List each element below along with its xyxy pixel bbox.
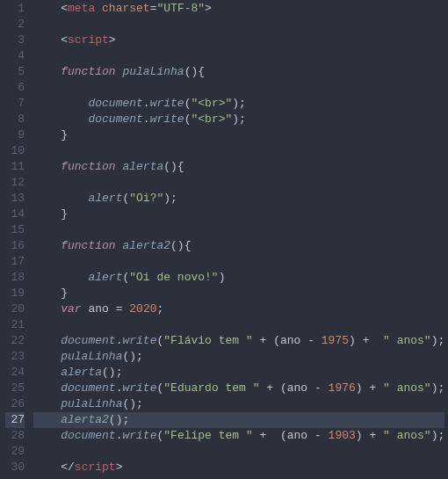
token-lt: > xyxy=(205,2,212,15)
token-str: "Felipe tem " xyxy=(163,429,252,442)
token-pun: ); xyxy=(431,334,445,347)
code-line[interactable]: var ano = 2020; xyxy=(33,301,444,317)
token-fn: alert xyxy=(88,192,122,205)
token-txt xyxy=(273,381,280,395)
code-line[interactable]: alert("Oi?"); xyxy=(33,191,444,207)
code-line[interactable]: pulaLinha(); xyxy=(33,396,444,412)
token-fn: pulaLinha xyxy=(122,65,184,78)
code-line[interactable]: alerta(); xyxy=(33,365,444,381)
token-txt: ano xyxy=(287,429,314,442)
line-number: 24 xyxy=(5,365,25,381)
token-txt xyxy=(33,271,88,284)
line-number: 30 xyxy=(5,460,25,475)
code-line[interactable] xyxy=(33,254,444,270)
token-txt xyxy=(33,413,61,426)
line-number: 12 xyxy=(5,175,25,191)
token-str: "<br>" xyxy=(191,112,232,126)
line-number: 29 xyxy=(5,444,25,460)
token-txt xyxy=(314,334,322,347)
code-area[interactable]: <meta charset="UTF-8"> <script> function… xyxy=(33,0,444,476)
code-line[interactable] xyxy=(33,175,444,191)
code-line[interactable]: document.write("<br>"); xyxy=(33,112,444,127)
token-pun: . xyxy=(143,112,150,126)
token-fn: write xyxy=(122,381,156,395)
token-obj: document xyxy=(61,429,115,442)
line-number: 3 xyxy=(5,33,25,48)
line-number: 19 xyxy=(5,286,25,301)
line-number: 6 xyxy=(5,80,25,96)
code-editor: 1234567891011121314151617181920212223242… xyxy=(0,0,448,476)
token-kw2: var xyxy=(61,302,81,316)
line-number: 23 xyxy=(5,349,25,365)
token-pun: (){ xyxy=(170,239,191,252)
token-tag: script xyxy=(68,33,109,47)
code-line[interactable]: <script> xyxy=(33,33,444,48)
token-txt xyxy=(33,429,61,442)
token-op: + xyxy=(266,381,273,395)
token-txt xyxy=(33,239,61,252)
token-tag: script xyxy=(75,461,116,474)
code-line[interactable]: function alerta2(){ xyxy=(33,238,444,254)
token-txt xyxy=(33,350,61,363)
code-line[interactable]: document.write("Flávio tem " + (ano - 19… xyxy=(33,333,444,349)
token-num: 1976 xyxy=(329,381,356,395)
token-pun: (); xyxy=(122,350,142,363)
token-txt xyxy=(33,192,88,205)
token-fn: alert xyxy=(88,271,122,284)
code-line[interactable] xyxy=(33,222,444,238)
token-txt xyxy=(33,287,61,300)
token-txt xyxy=(33,97,88,110)
token-pun: ); xyxy=(163,192,177,205)
code-line[interactable]: alert("Oi de novo!") xyxy=(33,270,444,286)
token-txt xyxy=(33,2,61,15)
code-line[interactable]: function alerta(){ xyxy=(33,159,444,175)
token-lt: < xyxy=(61,2,68,15)
token-num: 2020 xyxy=(129,302,156,316)
token-txt xyxy=(376,429,383,442)
line-number: 10 xyxy=(5,143,25,159)
line-number: 21 xyxy=(5,317,25,333)
line-number: 28 xyxy=(5,428,25,444)
line-number: 18 xyxy=(5,270,25,286)
code-line[interactable]: <meta charset="UTF-8"> xyxy=(33,1,444,17)
code-line[interactable]: function pulaLinha(){ xyxy=(33,64,444,80)
token-pun: ) xyxy=(356,429,363,442)
line-number: 16 xyxy=(5,238,25,254)
code-line[interactable] xyxy=(33,48,444,64)
token-txt xyxy=(33,207,61,221)
token-kw: function xyxy=(61,239,115,252)
token-txt xyxy=(266,429,280,442)
line-number: 1 xyxy=(5,1,25,17)
token-fn: write xyxy=(122,429,156,442)
code-line[interactable]: document.write("Eduardo tem " + (ano - 1… xyxy=(33,381,444,396)
code-line[interactable]: } xyxy=(33,127,444,143)
code-line[interactable] xyxy=(33,17,444,33)
line-number: 2 xyxy=(5,17,25,33)
token-pun: ( xyxy=(280,429,287,442)
token-pun: ) xyxy=(219,271,226,284)
token-pun: ) xyxy=(356,381,363,395)
line-number: 17 xyxy=(5,254,25,270)
code-line[interactable]: document.write("<br>"); xyxy=(33,96,444,112)
code-line[interactable]: document.write("Felipe tem " + (ano - 19… xyxy=(33,428,444,444)
token-pun: ( xyxy=(273,334,280,347)
code-line[interactable] xyxy=(33,143,444,159)
code-line[interactable]: } xyxy=(33,286,444,301)
code-line[interactable] xyxy=(33,317,444,333)
code-line[interactable] xyxy=(33,80,444,96)
code-line[interactable]: alerta2(); xyxy=(33,412,444,428)
token-txt xyxy=(369,334,383,347)
token-str: "Oi de novo!" xyxy=(129,271,218,284)
token-lt: > xyxy=(116,461,123,474)
token-obj: document xyxy=(61,334,115,347)
code-line[interactable] xyxy=(33,444,444,460)
line-number: 26 xyxy=(5,396,25,412)
code-line[interactable]: } xyxy=(33,207,444,222)
token-txt: ano xyxy=(280,334,307,347)
code-line[interactable]: </script> xyxy=(33,460,444,475)
token-txt: ano xyxy=(287,381,314,395)
token-str: "UTF-8" xyxy=(156,2,205,15)
code-line[interactable]: pulaLinha(); xyxy=(33,349,444,365)
token-txt xyxy=(356,334,363,347)
token-pun: ); xyxy=(431,381,445,395)
